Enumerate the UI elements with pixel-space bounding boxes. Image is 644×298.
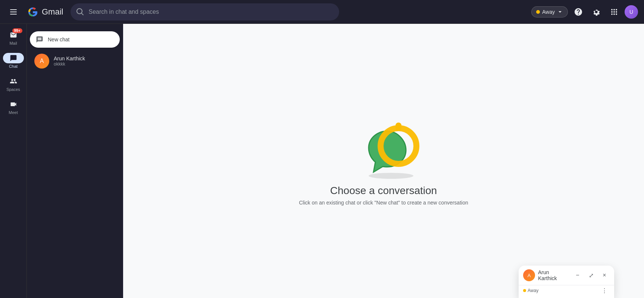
panel-status-dot <box>523 289 526 292</box>
chat-list-item[interactable]: A Arun Karthick okkkk <box>30 51 120 72</box>
gmail-logo: Gmail <box>25 4 63 19</box>
user-avatar[interactable]: U <box>625 5 638 19</box>
status-indicator <box>536 10 540 14</box>
chat-preview: okkkk <box>54 61 115 67</box>
chat-panel: A Arun Karthick − ⤢ × Away ⋮ <box>519 266 614 298</box>
hamburger-button[interactable] <box>6 4 21 19</box>
svg-rect-2 <box>10 14 17 15</box>
nav-item-chat[interactable]: Chat <box>1 50 25 72</box>
panel-more-button[interactable]: ⋮ <box>599 285 610 296</box>
panel-expand-button[interactable]: ⤢ <box>586 270 596 280</box>
nav-item-mail[interactable]: 99+ Mail <box>1 27 25 48</box>
mail-label: Mail <box>9 41 17 45</box>
help-button[interactable] <box>571 4 586 19</box>
mail-badge: 99+ <box>12 28 22 33</box>
expand-icon: ⤢ <box>589 272 594 279</box>
empty-state-subtitle: Click on an existing chat or click "New … <box>299 200 468 206</box>
spaces-label: Spaces <box>6 87 20 92</box>
sidebar: New chat A Arun Karthick okkkk <box>27 24 123 298</box>
chat-avatar: A <box>34 54 49 69</box>
status-label: Away <box>542 9 555 15</box>
top-bar: Gmail Away U <box>0 0 644 24</box>
left-nav: 99+ Mail Chat Spaces <box>0 24 27 298</box>
chat-icon <box>10 54 17 62</box>
panel-avatar: A <box>523 269 535 281</box>
panel-status-bar: Away ⋮ <box>519 285 614 298</box>
app-title: Gmail <box>42 7 63 17</box>
close-icon: × <box>603 272 606 279</box>
search-input[interactable] <box>88 9 333 15</box>
help-icon <box>575 8 582 16</box>
settings-icon <box>593 8 600 16</box>
panel-minimize-button[interactable]: − <box>572 270 583 280</box>
top-right-icons: Away U <box>531 4 638 19</box>
chat-name: Arun Karthick <box>54 56 115 61</box>
svg-rect-1 <box>10 12 17 12</box>
svg-point-4 <box>369 173 413 179</box>
main-content: Choose a conversation Click on an existi… <box>123 24 644 298</box>
more-vertical-icon: ⋮ <box>601 287 607 294</box>
search-bar-container <box>71 3 339 20</box>
empty-state: Choose a conversation Click on an existi… <box>299 116 468 206</box>
apps-button[interactable] <box>607 4 622 19</box>
meet-label: Meet <box>9 110 18 115</box>
new-chat-label: New chat <box>48 37 69 42</box>
settings-button[interactable] <box>589 4 604 19</box>
svg-rect-0 <box>10 9 17 10</box>
minimize-icon: − <box>576 272 579 279</box>
empty-state-title: Choose a conversation <box>299 185 468 197</box>
main-layout: 99+ Mail Chat Spaces <box>0 24 644 298</box>
new-chat-button[interactable]: New chat <box>30 31 120 48</box>
chat-panel-header: A Arun Karthick − ⤢ × <box>519 266 614 285</box>
apps-icon <box>610 8 618 16</box>
nav-item-meet[interactable]: Meet <box>1 96 25 118</box>
search-icon <box>76 8 84 16</box>
chat-label: Chat <box>9 64 18 69</box>
chevron-down-icon <box>557 9 563 15</box>
meet-icon <box>10 101 17 108</box>
chat-info: Arun Karthick okkkk <box>54 56 115 67</box>
spaces-icon <box>10 77 17 85</box>
panel-status-text: Away <box>528 288 538 293</box>
panel-title: Arun Karthick <box>538 269 569 281</box>
status-button[interactable]: Away <box>531 6 568 18</box>
chat-rings-illustration <box>350 116 417 176</box>
new-chat-icon <box>36 36 43 43</box>
panel-close-button[interactable]: × <box>599 270 610 280</box>
nav-item-spaces[interactable]: Spaces <box>1 73 25 95</box>
